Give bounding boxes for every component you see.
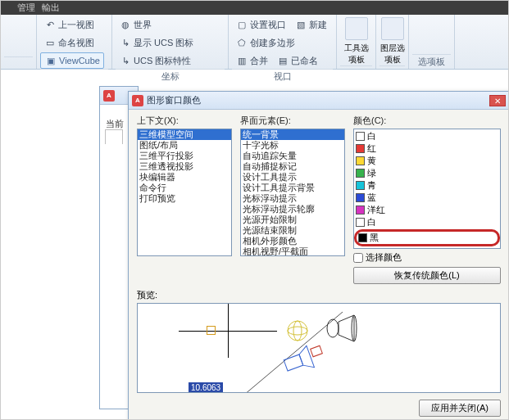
list-item[interactable]: 打印预览 <box>138 193 231 204</box>
crosshair-v-icon <box>228 304 229 358</box>
app-logo-icon: A <box>132 95 143 106</box>
swatch-icon <box>356 218 365 227</box>
viewcube-button[interactable]: ▣ViewCube <box>40 52 104 69</box>
context-listbox[interactable]: 三维模型空间 图纸/布局 三维平行投影 三维透视投影 块编辑器 命令行 打印预览 <box>137 129 232 256</box>
color-option[interactable]: 白 <box>354 130 500 142</box>
list-item[interactable]: 块编辑器 <box>138 172 231 183</box>
list-item[interactable]: 光标浮动提示 <box>241 193 344 204</box>
named-viewport-button[interactable]: ▤已命名 <box>273 52 321 69</box>
new-viewport-button[interactable]: ▧新建 <box>291 16 330 33</box>
list-item[interactable]: 十字光标 <box>241 140 344 151</box>
preview-canvas: 10.6063 28.2280 6.0884 <box>137 303 501 393</box>
svg-point-2 <box>288 327 307 335</box>
preview-drawing-icon <box>170 304 359 393</box>
ucs-show-icon-button[interactable]: ↳显示 UCS 图标 <box>116 34 197 51</box>
ribbon-group-layer: 图层选项板 <box>376 15 409 69</box>
ribbon-group-ucs: ◍世界 ↳显示 UCS 图标 ↳UCS 图标特性 坐标 <box>112 15 229 69</box>
arrow-up-left-icon: ↶ <box>43 18 57 31</box>
list-icon: ▤ <box>276 54 289 67</box>
restore-colors-button[interactable]: 恢复传统颜色(L) <box>353 267 501 284</box>
pickbox-icon <box>207 326 216 335</box>
list-item[interactable]: 设计工具提示 <box>241 172 344 183</box>
svg-line-0 <box>187 312 343 393</box>
tool-palette-icon[interactable] <box>345 17 368 40</box>
element-listbox[interactable]: 统一背景 十字光标 自动追踪矢量 自动捕捉标记 设计工具提示 设计工具提示背景 … <box>240 129 345 256</box>
svg-rect-7 <box>311 345 323 357</box>
dialog-titlebar[interactable]: A 图形窗口颜色 ✕ <box>129 92 509 110</box>
set-viewport-button[interactable]: ▢设置视口 <box>232 16 289 33</box>
menu-item[interactable]: 輸出 <box>42 2 60 14</box>
ribbon-group-blank <box>1 15 37 69</box>
swatch-icon <box>356 144 365 153</box>
dialog-title: 图形窗口颜色 <box>147 94 486 106</box>
ucs-world-button[interactable]: ◍世界 <box>116 16 155 33</box>
color-option-highlighted[interactable]: 黑 <box>354 229 500 246</box>
checkbox-icon[interactable] <box>353 253 363 263</box>
list-item[interactable]: 命令行 <box>138 183 231 193</box>
context-label: 上下文(X): <box>137 115 232 127</box>
merge-viewport-button[interactable]: ▥合并 <box>232 52 271 69</box>
svg-point-4 <box>327 319 339 337</box>
list-item[interactable]: 图纸/布局 <box>138 140 231 151</box>
svg-point-3 <box>293 321 302 341</box>
ribbon-group-view: ↶上一视图 ▭命名视图 ▣ViewCube <box>37 15 112 69</box>
color-option[interactable]: 绿 <box>354 167 500 179</box>
close-icon[interactable]: ✕ <box>489 95 506 106</box>
color-option[interactable]: 黄 <box>354 155 500 167</box>
named-view-button[interactable]: ▭命名视图 <box>40 34 98 51</box>
list-item[interactable]: 相机视野/平截面 <box>241 246 344 256</box>
list-item[interactable]: 统一背景 <box>241 129 344 140</box>
list-item[interactable]: 光标浮动提示轮廓 <box>241 204 344 215</box>
swatch-icon <box>356 169 365 178</box>
color-option[interactable]: 洋红 <box>354 204 500 216</box>
list-item[interactable]: 光源结束限制 <box>241 225 344 236</box>
list-item[interactable]: 三维透视投影 <box>138 161 231 172</box>
select-color-checkbox[interactable]: 选择颜色 <box>353 251 501 264</box>
ribbon-group-viewport: ▢设置视口 ▧新建 ⬠创建多边形 ▥合并 ▤已命名 视口 <box>229 15 337 69</box>
underlying-dialog-label: 当前 <box>106 118 124 130</box>
globe-icon: ◍ <box>119 18 132 31</box>
underlying-dialog-tab[interactable] <box>105 129 123 144</box>
list-item[interactable]: 光源开始限制 <box>241 215 344 225</box>
swatch-icon <box>356 156 365 165</box>
swatch-icon <box>356 181 365 190</box>
list-item[interactable]: 设计工具提示背景 <box>241 183 344 193</box>
plus-icon: ▧ <box>294 18 307 31</box>
color-option[interactable]: 白 <box>354 216 500 228</box>
element-label: 界面元素(E): <box>240 115 345 127</box>
preview-label: 预览: <box>137 289 501 301</box>
cube-icon: ▣ <box>44 54 57 67</box>
viewport-icon: ▢ <box>235 18 248 31</box>
list-item[interactable]: 相机外形颜色 <box>241 236 344 246</box>
ribbon-group-palette: 选项板 <box>409 15 455 69</box>
menu-item[interactable]: 管理 <box>17 2 35 14</box>
ribbon: ↶上一视图 ▭命名视图 ▣ViewCube ◍世界 ↳显示 UCS 图标 ↳UC… <box>1 15 508 70</box>
menubar: 管理 輸出 <box>1 1 508 15</box>
swatch-icon <box>358 233 367 242</box>
context-column: 上下文(X): 三维模型空间 图纸/布局 三维平行投影 三维透视投影 块编辑器 … <box>137 115 232 284</box>
ucs-icon-props-button[interactable]: ↳UCS 图标特性 <box>116 52 194 69</box>
ribbon-group-label: 视口 <box>232 69 333 84</box>
list-item[interactable]: 三维平行投影 <box>138 151 231 161</box>
color-listbox[interactable]: 白 红 黄 绿 青 蓝 洋红 白 黑 <box>353 129 501 249</box>
ribbon-group-label: 选项板 <box>412 54 451 69</box>
list-item[interactable]: 自动捕捉标记 <box>241 161 344 172</box>
element-column: 界面元素(E): 统一背景 十字光标 自动追踪矢量 自动捕捉标记 设计工具提示 … <box>240 115 345 284</box>
color-option[interactable]: 红 <box>354 142 500 155</box>
color-option[interactable]: 青 <box>354 179 500 192</box>
color-option[interactable]: 蓝 <box>354 192 500 204</box>
prev-view-button[interactable]: ↶上一视图 <box>40 16 98 33</box>
ribbon-group-label: 坐标 <box>116 69 225 84</box>
apply-close-button[interactable]: 应用并关闭(A) <box>419 400 501 417</box>
tag-icon: ▭ <box>43 36 57 49</box>
axis-icon: ↳ <box>119 54 132 67</box>
swatch-icon <box>356 132 365 141</box>
layer-palette-icon[interactable] <box>381 17 404 40</box>
list-item[interactable]: 三维模型空间 <box>138 129 231 140</box>
polygon-viewport-button[interactable]: ⬠创建多边形 <box>232 34 298 51</box>
color-column: 颜色(C): 白 红 黄 绿 青 蓝 洋红 白 黑 选择颜色 恢复传统颜色(L) <box>353 115 501 284</box>
color-label: 颜色(C): <box>353 115 501 127</box>
list-item[interactable]: 自动追踪矢量 <box>241 151 344 161</box>
merge-icon: ▥ <box>235 54 248 67</box>
swatch-icon <box>356 205 365 215</box>
